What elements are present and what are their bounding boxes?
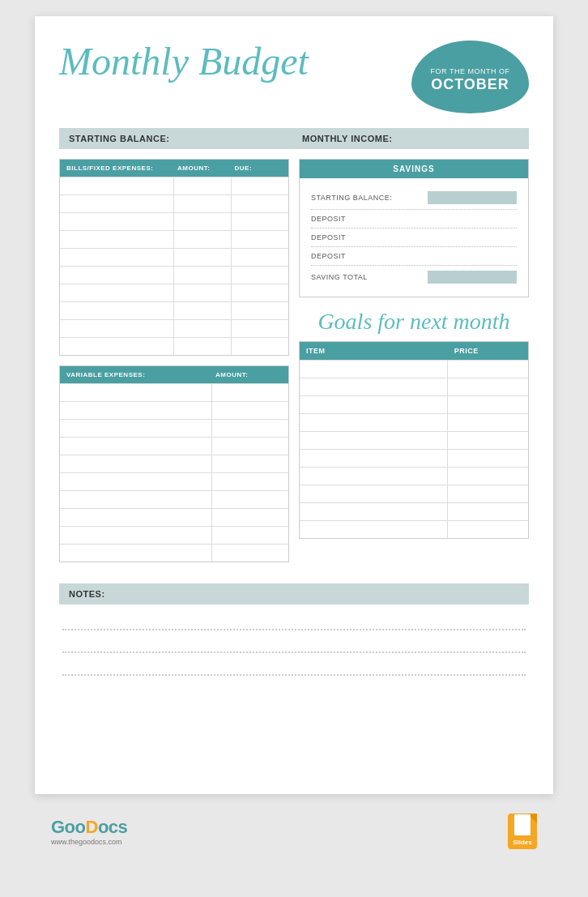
- table-row: [60, 508, 288, 526]
- table-row: [60, 455, 288, 472]
- savings-box: SAVINGS STARTING BALANCE: DEPOSIT DEPOSI…: [299, 159, 529, 297]
- goals-price-header: PRICE: [448, 342, 528, 360]
- notes-line: [62, 613, 526, 630]
- logo-goo: Goo: [51, 817, 86, 837]
- savings-row: DEPOSIT: [311, 229, 517, 247]
- table-row: [60, 266, 288, 284]
- table-row: [60, 230, 288, 248]
- slides-icon: [514, 814, 530, 835]
- table-row: [300, 431, 528, 449]
- slides-label: Slides: [513, 839, 532, 846]
- goals-table: ITEM PRICE: [299, 341, 529, 539]
- left-column: BILLS/FIXED EXPENSES: AMOUNT: DUE: VARIA: [59, 159, 289, 572]
- logo-d: D: [86, 817, 98, 837]
- logo-area: GooDocs www.thegoodocs.com: [51, 817, 127, 846]
- savings-body: STARTING BALANCE: DEPOSIT DEPOSIT DEPOSI…: [300, 178, 528, 297]
- badge-line1: FOR THE MONTH OF: [431, 67, 510, 77]
- page-header: Monthly Budget FOR THE MONTH OF OCTOBER: [59, 41, 529, 113]
- right-column: SAVINGS STARTING BALANCE: DEPOSIT DEPOSI…: [299, 159, 529, 572]
- table-row: [300, 467, 528, 485]
- savings-total-value: [428, 271, 517, 284]
- slides-badge: Slides: [508, 814, 537, 849]
- table-row: [300, 378, 528, 395]
- savings-label: DEPOSIT: [311, 252, 346, 260]
- goals-item-header: ITEM: [300, 342, 448, 360]
- savings-row: DEPOSIT: [311, 210, 517, 229]
- table-row: [300, 502, 528, 520]
- notes-lines: [59, 613, 529, 676]
- notes-section: NOTES:: [59, 583, 529, 676]
- savings-row: STARTING BALANCE:: [311, 186, 517, 210]
- table-row: [60, 301, 288, 319]
- savings-label: STARTING BALANCE:: [311, 194, 392, 202]
- bills-col-header: BILLS/FIXED EXPENSES:: [60, 160, 174, 177]
- logo-url: www.thegoodocs.com: [51, 838, 122, 846]
- savings-label: SAVING TOTAL: [311, 273, 368, 281]
- budget-page: Monthly Budget FOR THE MONTH OF OCTOBER …: [35, 16, 553, 794]
- notes-line: [62, 635, 526, 653]
- starting-balance-label: STARTING BALANCE:: [69, 134, 286, 143]
- table-row: [60, 401, 288, 419]
- savings-value: [428, 191, 517, 204]
- savings-label: DEPOSIT: [311, 233, 346, 241]
- variable-table-header: VARIABLE EXPENSES: AMOUNT:: [60, 366, 288, 383]
- goals-title: Goals for next month: [299, 309, 529, 335]
- badge-line2: OCTOBER: [431, 76, 509, 93]
- variable-amount-header: AMOUNT:: [212, 366, 288, 383]
- table-row: [60, 526, 288, 544]
- table-row: [300, 485, 528, 502]
- table-row: [300, 413, 528, 431]
- notes-line: [62, 658, 526, 676]
- table-row: [300, 449, 528, 467]
- notes-header: NOTES:: [59, 583, 529, 604]
- table-row: [300, 360, 528, 378]
- table-row: [60, 544, 288, 562]
- table-row: [60, 177, 288, 194]
- bills-due-header: DUE:: [232, 160, 289, 177]
- bills-amount-header: AMOUNT:: [174, 160, 232, 177]
- table-row: [60, 284, 288, 301]
- table-row: [60, 437, 288, 455]
- table-row: [60, 319, 288, 337]
- savings-row: DEPOSIT: [311, 247, 517, 266]
- table-row: [300, 395, 528, 413]
- monthly-income-label: MONTHLY INCOME:: [286, 134, 519, 143]
- page-title: Monthly Budget: [59, 41, 309, 83]
- table-row: [60, 419, 288, 437]
- savings-label: DEPOSIT: [311, 215, 346, 223]
- footer: GooDocs www.thegoodocs.com Slides: [35, 807, 553, 856]
- savings-row: SAVING TOTAL: [311, 266, 517, 288]
- table-row: [60, 248, 288, 266]
- bills-table-header: BILLS/FIXED EXPENSES: AMOUNT: DUE:: [60, 160, 288, 177]
- variable-col-header: VARIABLE EXPENSES:: [60, 366, 212, 383]
- main-columns: BILLS/FIXED EXPENSES: AMOUNT: DUE: VARIA: [59, 159, 529, 572]
- logo-ocs: ocs: [98, 817, 127, 837]
- savings-header: SAVINGS: [300, 160, 528, 178]
- balance-row: STARTING BALANCE: MONTHLY INCOME:: [59, 128, 529, 149]
- bills-table: BILLS/FIXED EXPENSES: AMOUNT: DUE:: [59, 159, 289, 356]
- goals-table-header: ITEM PRICE: [300, 342, 528, 360]
- table-row: [60, 472, 288, 490]
- table-row: [60, 194, 288, 212]
- table-row: [60, 337, 288, 355]
- table-row: [60, 490, 288, 508]
- table-row: [60, 212, 288, 230]
- logo-text: GooDocs: [51, 817, 127, 838]
- table-row: [60, 383, 288, 401]
- table-row: [300, 520, 528, 538]
- variable-table: VARIABLE EXPENSES: AMOUNT:: [59, 365, 289, 562]
- month-badge: FOR THE MONTH OF OCTOBER: [411, 41, 529, 113]
